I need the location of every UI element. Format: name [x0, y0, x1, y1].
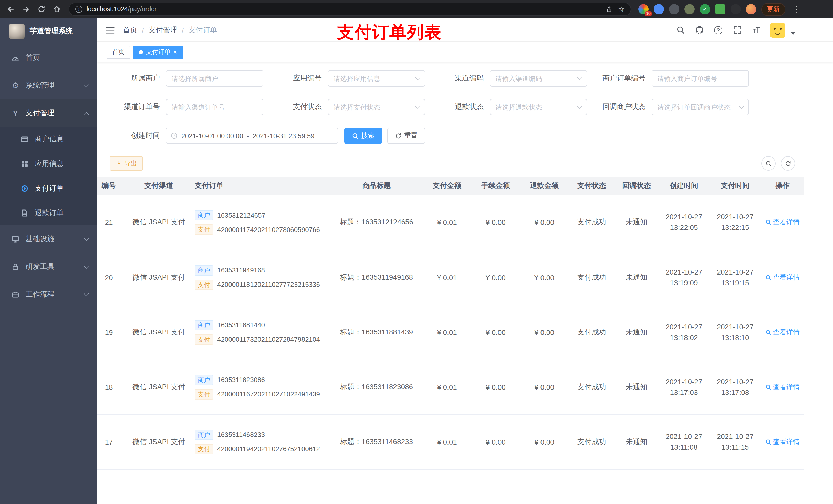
cell-pay-time: 2021-10-2713:18:10: [710, 305, 761, 360]
sidebar-item-refund-order[interactable]: 退款订单: [0, 201, 97, 225]
sidebar-item-payment[interactable]: ¥ 支付管理: [0, 99, 97, 127]
merchant-tag: 商户: [195, 375, 213, 385]
monitor-icon: [11, 235, 20, 243]
avatar[interactable]: [770, 22, 785, 38]
pay-status-input[interactable]: [334, 103, 411, 111]
notify-status-input[interactable]: [657, 103, 735, 111]
sidebar-item-pay-order[interactable]: 支付订单: [0, 176, 97, 201]
tab-pay-order[interactable]: 支付订单 ×: [133, 45, 183, 58]
sidebar-logo[interactable]: 芋道管理系统: [0, 19, 97, 44]
cell-channel: [128, 469, 190, 486]
browser-update-button[interactable]: 更新: [761, 3, 785, 16]
github-icon[interactable]: [694, 25, 705, 35]
cell-amount: [423, 469, 471, 486]
view-detail-link[interactable]: 查看详情: [765, 382, 800, 391]
extension-icon[interactable]: [731, 4, 741, 14]
search-icon: [765, 329, 771, 335]
date-range-picker[interactable]: 2021-10-01 00:00:00 - 2021-10-31 23:59:5…: [166, 127, 338, 144]
chevron-down-icon: [415, 104, 420, 109]
avatar-caret-icon[interactable]: [791, 32, 795, 35]
tab-home[interactable]: 首页: [106, 45, 130, 58]
table-row: 商户1635311185786: [97, 469, 804, 486]
view-detail-link[interactable]: 查看详情: [765, 437, 800, 447]
url-bar[interactable]: i localhost:1024/pay/order ☆: [69, 3, 631, 16]
merchant-input[interactable]: [172, 74, 249, 82]
sidebar-item-infrastructure[interactable]: 基础设施: [0, 225, 97, 253]
notify-status-select[interactable]: [652, 99, 749, 115]
url-host: localhost:1024: [87, 6, 128, 13]
cell-status: 支付成功: [569, 195, 615, 250]
cell-action: 查看详情: [761, 250, 804, 305]
pay-status-select[interactable]: [328, 99, 425, 115]
cell-order: 商户1635311823086 支付4200001167202110271022…: [190, 360, 330, 414]
hamburger-icon[interactable]: [104, 18, 116, 42]
filter-label: 创建时间: [110, 131, 166, 140]
search-icon[interactable]: [675, 25, 686, 35]
view-detail-link[interactable]: 查看详情: [765, 273, 800, 282]
refund-status-select[interactable]: [490, 99, 587, 115]
extension-icon[interactable]: ✓: [700, 4, 710, 14]
sidebar-item-workflow[interactable]: 工作流程: [0, 281, 97, 308]
browser-forward-icon[interactable]: [19, 2, 34, 17]
breadcrumb-payment[interactable]: 支付管理: [148, 25, 177, 34]
sidebar-item-system[interactable]: ⚙ 系统管理: [0, 72, 97, 99]
browser-back-icon[interactable]: [3, 2, 19, 17]
refresh-button[interactable]: [781, 156, 795, 171]
browser-menu-icon[interactable]: ⋮: [790, 5, 802, 14]
browser-reload-icon[interactable]: [34, 2, 49, 17]
bookmark-star-icon[interactable]: ☆: [618, 5, 624, 13]
search-icon: [765, 274, 771, 281]
search-button[interactable]: 搜索: [344, 127, 382, 144]
cell-status: 支付成功: [569, 414, 615, 469]
extension-icon[interactable]: [685, 4, 695, 14]
url-path: /pay/order: [128, 6, 157, 13]
cell-notify: 未通知: [615, 250, 658, 305]
channel-order-no-field[interactable]: [166, 99, 263, 115]
extension-icon[interactable]: [654, 4, 664, 14]
app-input[interactable]: [334, 74, 411, 82]
column-header: 支付状态: [569, 177, 615, 195]
extension-icon[interactable]: [746, 4, 756, 14]
filter-app-id: 应用编号: [271, 70, 425, 87]
site-info-icon[interactable]: i: [75, 6, 82, 13]
tab-close-icon[interactable]: ×: [173, 49, 177, 55]
cell-amount: ¥ 0.01: [423, 414, 471, 469]
yen-icon: ¥: [11, 109, 20, 118]
column-header: 编号: [97, 177, 128, 195]
sidebar-item-app-info[interactable]: 应用信息: [0, 152, 97, 176]
cell-title: 标题：1635311881439: [330, 305, 423, 360]
document-icon: [21, 209, 29, 217]
view-detail-link[interactable]: 查看详情: [765, 218, 800, 227]
extension-icon[interactable]: [669, 4, 679, 14]
search-toggle-button[interactable]: [761, 156, 776, 171]
date-separator: -: [247, 132, 249, 140]
table-toolbar: 导出: [97, 156, 833, 171]
merchant-order-no-field[interactable]: [652, 70, 749, 87]
refresh-icon: [395, 133, 402, 139]
cell-pay-time: [710, 469, 761, 486]
filter-label: 支付状态: [271, 102, 328, 112]
sidebar-item-home[interactable]: 首页: [0, 44, 97, 72]
refund-status-input[interactable]: [495, 103, 573, 111]
channel-code-input[interactable]: [495, 74, 573, 82]
cell-notify: 未通知: [615, 414, 658, 469]
share-icon[interactable]: [606, 6, 613, 13]
breadcrumb-home[interactable]: 首页: [123, 25, 137, 34]
view-detail-link[interactable]: 查看详情: [765, 328, 800, 337]
extension-icon[interactable]: [715, 4, 725, 14]
merchant-order-no-input[interactable]: [657, 74, 735, 82]
font-size-icon[interactable]: [751, 25, 761, 35]
browser-home-icon[interactable]: [49, 2, 65, 17]
channel-code-select[interactable]: [490, 70, 587, 87]
help-icon[interactable]: ?: [713, 25, 723, 35]
export-button[interactable]: 导出: [110, 156, 143, 171]
channel-order-no-input[interactable]: [172, 103, 249, 111]
reset-button[interactable]: 重置: [387, 127, 425, 144]
extension-icon[interactable]: 10: [638, 4, 648, 14]
fullscreen-icon[interactable]: [732, 25, 742, 35]
merchant-select[interactable]: [166, 70, 263, 87]
app-select[interactable]: [328, 70, 425, 87]
sidebar-item-dev-tools[interactable]: 研发工具: [0, 253, 97, 281]
filter-create-time: 创建时间 2021-10-01 00:00:00 - 2021-10-31 23…: [110, 127, 338, 144]
sidebar-item-merchant-info[interactable]: 商户信息: [0, 127, 97, 152]
